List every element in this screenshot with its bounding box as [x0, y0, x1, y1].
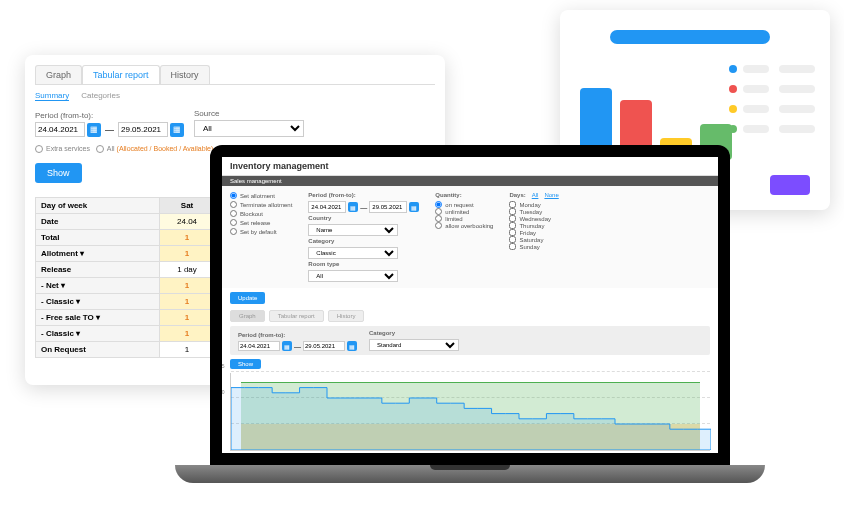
quantity-radio-3[interactable]: allow overbooking [435, 222, 493, 229]
mini-action-button[interactable] [770, 175, 810, 195]
calendar-icon[interactable]: ▦ [347, 341, 357, 351]
laptop-mockup: Inventory management Sales management Se… [175, 145, 765, 505]
days-all-link[interactable]: All [532, 192, 539, 198]
chart-category-select[interactable]: Standard [369, 339, 459, 351]
category-select[interactable]: Classic [308, 247, 398, 259]
section-header: Sales management [222, 176, 718, 186]
quantity-radio-1[interactable]: unlimited [435, 208, 493, 215]
date-from-input[interactable] [35, 122, 85, 137]
calendar-icon[interactable]: ▦ [170, 123, 184, 137]
chart-tab-1[interactable]: Tabular report [269, 310, 324, 322]
subtab-summary[interactable]: Summary [35, 91, 69, 101]
tab-history[interactable]: History [160, 65, 210, 84]
day-check-saturday[interactable]: Saturday [509, 236, 558, 243]
chart-show-button[interactable]: Show [230, 359, 261, 369]
action-radio-0[interactable]: Set allotment [230, 192, 292, 199]
source-select[interactable]: All [194, 120, 304, 137]
calendar-icon[interactable]: ▦ [87, 123, 101, 137]
period-label: Period (from-to): [35, 111, 184, 120]
inventory-chart: 51015 [230, 373, 710, 451]
tab-tabular-report[interactable]: Tabular report [82, 65, 160, 84]
inv-date-from[interactable] [308, 201, 346, 213]
calendar-icon[interactable]: ▦ [409, 202, 419, 212]
mini-legend [729, 65, 815, 145]
laptop-base [175, 465, 765, 483]
calendar-icon[interactable]: ▦ [282, 341, 292, 351]
extra-services-label: Extra services [46, 145, 90, 152]
chart-tab-0[interactable]: Graph [230, 310, 265, 322]
day-check-monday[interactable]: Monday [509, 201, 558, 208]
calendar-icon[interactable]: ▦ [348, 202, 358, 212]
country-select[interactable]: Name [308, 224, 398, 236]
action-radio-4[interactable]: Set by default [230, 228, 292, 235]
chart-date-to[interactable] [303, 341, 345, 351]
chart-tab-2[interactable]: History [328, 310, 365, 322]
show-button[interactable]: Show [35, 163, 82, 183]
day-check-thursday[interactable]: Thursday [509, 222, 558, 229]
action-radio-1[interactable]: Terminate allotment [230, 201, 292, 208]
day-check-tuesday[interactable]: Tuesday [509, 208, 558, 215]
day-check-friday[interactable]: Friday [509, 229, 558, 236]
inv-date-to[interactable] [369, 201, 407, 213]
mini-chart-title-bar [610, 30, 770, 44]
days-none-link[interactable]: None [544, 192, 558, 198]
source-label: Source [194, 109, 304, 118]
day-check-sunday[interactable]: Sunday [509, 243, 558, 250]
page-title: Inventory management [222, 157, 718, 176]
tab-graph[interactable]: Graph [35, 65, 82, 84]
inventory-form: Set allotmentTerminate allotmentBlockout… [222, 186, 718, 288]
update-button[interactable]: Update [230, 292, 265, 304]
extra-services-radio[interactable] [35, 145, 43, 153]
report-subtabs: SummaryCategories [35, 91, 435, 101]
action-radio-3[interactable]: Set release [230, 219, 292, 226]
roomtype-select[interactable]: All [308, 270, 398, 282]
report-tabs: GraphTabular reportHistory [35, 65, 435, 85]
action-radio-2[interactable]: Blockout [230, 210, 292, 217]
quantity-radio-0[interactable]: on request [435, 201, 493, 208]
quantity-radio-2[interactable]: limited [435, 215, 493, 222]
subtab-categories[interactable]: Categories [81, 91, 120, 101]
date-to-input[interactable] [118, 122, 168, 137]
day-check-wednesday[interactable]: Wednesday [509, 215, 558, 222]
all-radio[interactable] [96, 145, 104, 153]
chart-date-from[interactable] [238, 341, 280, 351]
